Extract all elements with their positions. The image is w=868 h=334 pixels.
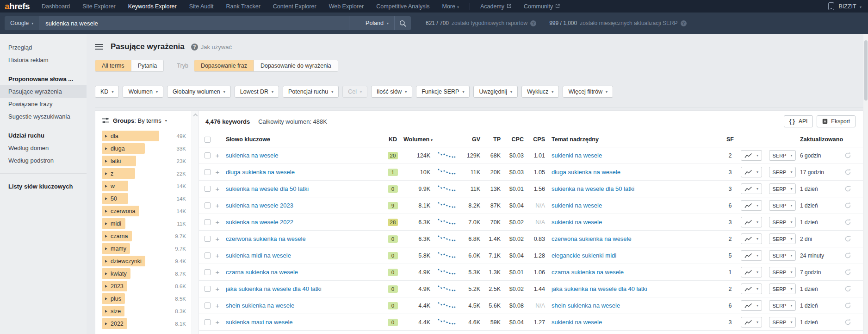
question-mark-icon[interactable]: ? (681, 20, 687, 26)
row-checkbox[interactable] (205, 236, 211, 242)
row-checkbox[interactable] (205, 319, 211, 325)
ahrefs-logo[interactable]: ahrefs (5, 0, 30, 13)
sidebar-item-historia-reklam[interactable]: Historia reklam (0, 54, 87, 66)
col-updated[interactable]: Zaktualizowano (800, 136, 844, 143)
add-to-list-button[interactable]: + (214, 318, 221, 326)
refresh-button[interactable] (844, 169, 863, 176)
trend-chart-button[interactable]: ▾ (741, 300, 762, 311)
col-gv[interactable]: GV (460, 136, 483, 143)
parent-topic-link[interactable]: sukienki na wesele (552, 202, 722, 209)
filter-funkcje-serp[interactable]: Funkcje SERP▾ (416, 86, 470, 98)
keyword-link[interactable]: czarna sukienka na wesele (226, 269, 382, 276)
group-bar-2022[interactable]: 2022 (102, 318, 127, 329)
nav-item-web-explorer[interactable]: Web Explorer (329, 3, 364, 10)
filter-globalny-wolumen[interactable]: Globalny wolumen▾ (167, 86, 231, 98)
sparkline-cell[interactable] (433, 151, 460, 160)
filter-więcej-filtrów[interactable]: Więcej filtrów▾ (563, 86, 613, 98)
sidebar-item-według-podstron[interactable]: Według podstron (0, 154, 87, 167)
row-checkbox[interactable] (205, 219, 211, 225)
group-bar-2023[interactable]: 2023 (102, 281, 127, 291)
refresh-button[interactable] (844, 285, 863, 292)
search-submit-button[interactable] (394, 16, 411, 30)
row-checkbox[interactable] (205, 286, 211, 292)
how-to-use-link[interactable]: ?Jak używać (191, 44, 232, 50)
serp-button[interactable]: SERP▾ (769, 250, 796, 261)
col-cpc[interactable]: CPC (503, 136, 527, 143)
parent-topic-link[interactable]: czarna sukienka na wesele (552, 269, 722, 276)
col-keyword[interactable]: Słowo kluczowe (226, 136, 382, 143)
tab-all-terms[interactable]: All terms (95, 60, 131, 71)
select-all-checkbox[interactable] (205, 137, 211, 143)
keyword-link[interactable]: sukienka na wesele (226, 152, 382, 159)
tab-dopasowanie-fraz[interactable]: Dopasowanie fraz (194, 60, 254, 71)
keyword-link[interactable]: shein sukienka na wesele (226, 302, 382, 309)
country-select[interactable]: Poland▾ (349, 16, 394, 30)
filter-ilość-słów[interactable]: Ilość słów▾ (371, 86, 412, 98)
parent-topic-link[interactable]: sukienki na wesele (552, 219, 722, 226)
refresh-button[interactable] (844, 252, 863, 259)
refresh-button[interactable] (844, 152, 863, 159)
filter-kd[interactable]: KD▾ (95, 86, 119, 98)
serp-button[interactable]: SERP▾ (769, 233, 796, 244)
col-sf[interactable]: SF (722, 136, 738, 143)
sparkline-cell[interactable] (433, 184, 460, 193)
sparkline-cell[interactable] (433, 218, 460, 227)
row-checkbox[interactable] (205, 302, 211, 309)
parent-topic-link[interactable]: czerwona sukienka na wesele (552, 235, 722, 242)
tab-dopasowanie-do-wyrażenia[interactable]: Dopasowanie do wyrażenia (254, 60, 338, 71)
nav-item-rank-tracker[interactable]: Rank Tracker (226, 3, 260, 10)
row-checkbox[interactable] (205, 202, 211, 208)
search-engine-select[interactable]: Google▾ (5, 16, 39, 30)
add-to-list-button[interactable]: + (214, 202, 221, 209)
row-checkbox[interactable] (205, 169, 211, 175)
serp-button[interactable]: SERP▾ (769, 167, 796, 177)
row-checkbox[interactable] (205, 186, 211, 192)
nav-item-dashboard[interactable]: Dashboard (42, 3, 70, 10)
parent-topic-link[interactable]: jaka sukienka na wesele dla 40 latki (552, 285, 722, 292)
refresh-button[interactable] (844, 302, 863, 309)
trend-chart-button[interactable]: ▾ (741, 167, 762, 177)
nav-item-more[interactable]: More▾ (442, 3, 459, 10)
parent-topic-link[interactable]: eleganckie sukienki midi (552, 252, 722, 259)
nav-link-community[interactable]: Community (524, 3, 560, 10)
sidebar-item-sugestie-wyszukiwania[interactable]: Sugestie wyszukiwania (0, 110, 87, 123)
col-tp[interactable]: TP (483, 136, 503, 143)
trend-chart-button[interactable]: ▾ (741, 200, 762, 211)
serp-button[interactable]: SERP▾ (769, 200, 796, 211)
trend-chart-button[interactable]: ▾ (741, 284, 762, 294)
trend-chart-button[interactable]: ▾ (741, 183, 762, 194)
sparkline-cell[interactable] (433, 284, 460, 293)
add-to-list-button[interactable]: + (214, 285, 221, 293)
parent-topic-link[interactable]: sukienki na wesele (552, 152, 722, 159)
filter-wolumen[interactable]: Wolumen▾ (123, 86, 163, 98)
filter-lowest-dr[interactable]: Lowest DR▾ (235, 86, 279, 98)
nav-item-content-explorer[interactable]: Content Explorer (273, 3, 316, 10)
sparkline-cell[interactable] (433, 251, 460, 260)
trend-chart-button[interactable]: ▾ (741, 150, 762, 161)
group-bar-długa[interactable]: długa (102, 143, 145, 154)
keyword-link[interactable]: sukienka na wesele 2023 (226, 202, 382, 209)
keyword-link[interactable]: jaka sukienka na wesele dla 40 latki (226, 285, 382, 292)
refresh-button[interactable] (844, 319, 863, 326)
group-bar-w[interactable]: w (102, 181, 128, 191)
keyword-query-input[interactable]: sukienka na wesele (39, 16, 349, 30)
filter-uwzględnij[interactable]: Uwzględnij▾ (473, 86, 517, 98)
serp-button[interactable]: SERP▾ (769, 217, 796, 227)
refresh-button[interactable] (844, 185, 863, 192)
trend-chart-button[interactable]: ▾ (741, 233, 762, 244)
nav-item-competitive-analysis[interactable]: Competitive Analysis (376, 3, 429, 10)
sidebar-item-przegląd[interactable]: Przegląd (0, 41, 87, 54)
groups-scrollbar[interactable] (192, 111, 199, 334)
nav-item-site-audit[interactable]: Site Audit (189, 3, 214, 10)
nav-item-site-explorer[interactable]: Site Explorer (82, 3, 116, 10)
row-checkbox[interactable] (205, 152, 211, 158)
keyword-link[interactable]: sukienka na wesele dla 50 latki (226, 185, 382, 192)
api-button[interactable]: { }API (784, 115, 813, 127)
serp-button[interactable]: SERP▾ (769, 284, 796, 294)
serp-button[interactable]: SERP▾ (769, 317, 796, 328)
group-bar-z[interactable]: z (102, 168, 135, 179)
add-to-list-button[interactable]: + (214, 151, 221, 159)
group-bar-latki[interactable]: latki (102, 156, 136, 166)
keyword-link[interactable]: sukienka midi na wesele (226, 252, 382, 259)
col-volume[interactable]: Wolumen▾ (403, 136, 433, 143)
